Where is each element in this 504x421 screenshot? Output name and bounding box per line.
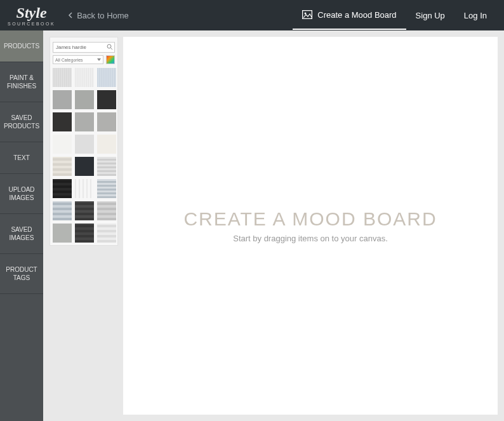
swatch-horizontal-dark[interactable] xyxy=(53,179,72,198)
swatch-flat-dark[interactable] xyxy=(97,90,116,109)
logo-top: Style xyxy=(17,5,47,20)
canvas-subtitle: Start by dragging items on to your canva… xyxy=(233,234,388,243)
canvas-title: CREATE A MOOD BOARD xyxy=(183,208,437,230)
create-mood-board-label: Create a Mood Board xyxy=(317,10,396,20)
sidebar-item-label: PRODUCTS xyxy=(4,43,39,50)
swatch-horizontal-light[interactable] xyxy=(97,224,116,243)
login-label: Log In xyxy=(464,11,487,20)
swatch-flat-pale[interactable] xyxy=(75,135,94,154)
color-filter-button[interactable] xyxy=(106,55,115,64)
category-label: All Categories xyxy=(55,58,83,62)
image-icon xyxy=(302,10,312,19)
mood-board-canvas[interactable]: CREATE A MOOD BOARD Start by dragging it… xyxy=(123,37,498,415)
sidebar-item-products[interactable]: PRODUCTS xyxy=(0,30,43,62)
swatch-flat-midgrey[interactable] xyxy=(75,112,94,131)
sidebar-item-tags[interactable]: PRODUCT TAGS xyxy=(0,254,43,294)
svg-point-2 xyxy=(107,44,111,48)
app-header: Style SOURCEBOOK Back to Home Create a M… xyxy=(0,0,504,30)
swatch-horizontal-lightgrey[interactable] xyxy=(97,157,116,176)
category-select[interactable]: All Categories xyxy=(53,55,103,64)
search-input[interactable] xyxy=(53,42,115,53)
svg-line-3 xyxy=(111,48,113,50)
swatch-flat-white[interactable] xyxy=(53,135,72,154)
sidebar-item-label: TEXT xyxy=(13,154,30,161)
swatch-horizontal-cream[interactable] xyxy=(53,157,72,176)
sidebar-item-upload[interactable]: UPLOAD IMAGES xyxy=(0,174,43,214)
back-to-home-link[interactable]: Back to Home xyxy=(68,11,129,20)
create-mood-board-tab[interactable]: Create a Mood Board xyxy=(293,1,406,30)
sidebar-item-text[interactable]: TEXT xyxy=(0,142,43,174)
signup-button[interactable]: Sign Up xyxy=(406,0,454,30)
signup-label: Sign Up xyxy=(416,11,445,20)
sidebar-item-label: SAVED PRODUCTS xyxy=(4,114,39,130)
chevron-left-icon xyxy=(68,12,74,18)
swatch-horizontal-charcoal[interactable] xyxy=(75,201,94,220)
sidebar-item-label: UPLOAD IMAGES xyxy=(8,186,34,201)
sidebar-item-label: SAVED IMAGES xyxy=(10,226,34,241)
swatch-horizontal-dark-2[interactable] xyxy=(75,224,94,243)
sidebar-item-label: PAINT & FINISHES xyxy=(7,74,36,90)
swatch-cladding-vertical-lightgrey[interactable] xyxy=(75,68,94,87)
search-row xyxy=(53,40,115,53)
search-icon[interactable] xyxy=(107,41,113,53)
swatch-flat-navy[interactable] xyxy=(75,157,94,176)
swatch-cladding-vertical-grey[interactable] xyxy=(53,68,72,87)
swatch-flat-grey-2[interactable] xyxy=(75,90,94,109)
swatch-horizontal-blue[interactable] xyxy=(97,179,116,198)
main-area: PRODUCTSPAINT & FINISHESSAVED PRODUCTSTE… xyxy=(0,30,504,421)
swatch-flat-cream[interactable] xyxy=(97,135,116,154)
sidebar: PRODUCTSPAINT & FINISHESSAVED PRODUCTSTE… xyxy=(0,30,43,421)
swatch-flat-charcoal[interactable] xyxy=(53,112,72,131)
filter-row: All Categories xyxy=(53,55,115,64)
sidebar-item-saved-images[interactable]: SAVED IMAGES xyxy=(0,214,43,254)
back-to-home-label: Back to Home xyxy=(77,11,129,20)
swatch-grid xyxy=(53,68,115,243)
svg-point-1 xyxy=(305,13,307,15)
swatch-flat-grey-3[interactable] xyxy=(53,224,72,243)
login-button[interactable]: Log In xyxy=(454,0,496,30)
swatch-vertical-white[interactable] xyxy=(75,179,94,198)
chevron-down-icon xyxy=(97,58,101,61)
swatch-horizontal-blue-2[interactable] xyxy=(53,201,72,220)
swatch-horizontal-grey[interactable] xyxy=(97,201,116,220)
content-area: All Categories CREATE A MOOD BOARD Start… xyxy=(43,30,504,421)
logo-bottom: SOURCEBOOK xyxy=(8,22,55,26)
sidebar-item-saved-products[interactable]: SAVED PRODUCTS xyxy=(0,102,43,142)
sidebar-item-label: PRODUCT TAGS xyxy=(6,266,37,281)
products-panel: All Categories xyxy=(50,37,118,246)
swatch-flat-silver[interactable] xyxy=(97,112,116,131)
swatch-flat-grey-1[interactable] xyxy=(53,90,72,109)
swatch-cladding-vertical-blue[interactable] xyxy=(97,68,116,87)
logo[interactable]: Style SOURCEBOOK xyxy=(8,5,55,26)
sidebar-item-paint[interactable]: PAINT & FINISHES xyxy=(0,62,43,102)
